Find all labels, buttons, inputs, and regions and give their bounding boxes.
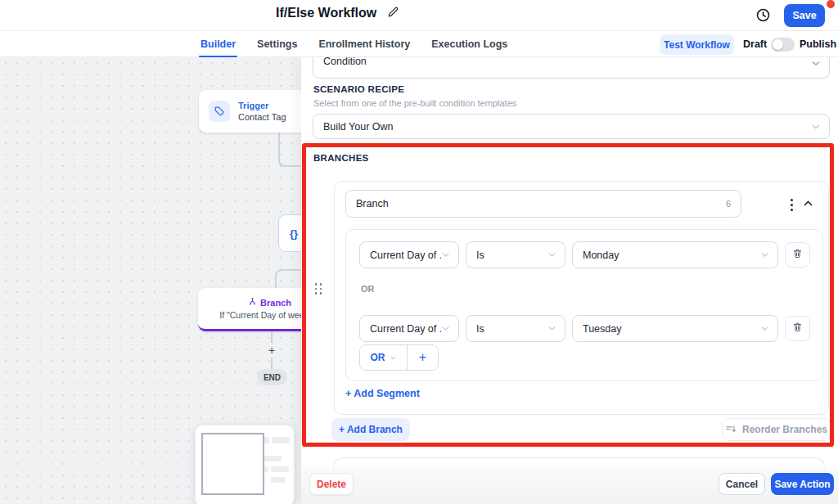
clock-history-icon	[755, 7, 771, 25]
chevron-down-icon	[441, 251, 450, 259]
scenario-recipe-label: SCENARIO RECIPE	[313, 84, 404, 94]
condition-field-value: Current Day of ...	[360, 323, 441, 335]
chevron-down-icon	[441, 325, 450, 332]
chevron-down-icon	[547, 325, 556, 332]
history-button[interactable]	[755, 7, 771, 25]
publish-toggle[interactable]	[771, 38, 795, 52]
pencil-icon	[387, 6, 399, 20]
condition-value: Tuesday	[573, 323, 760, 335]
chevron-down-icon	[760, 251, 769, 259]
joiner-type-value: OR	[371, 352, 385, 363]
workflow-tabbar: Builder Settings Enrollment History Exec…	[0, 31, 838, 57]
condition-joiner-label: OR	[361, 284, 375, 294]
cancel-button[interactable]: Cancel	[719, 473, 765, 495]
condition-value-select[interactable]: Tuesday	[572, 315, 778, 342]
chevron-down-icon	[811, 57, 821, 65]
add-action-plus-button[interactable]: +	[265, 344, 278, 357]
tab-execution-logs[interactable]: Execution Logs	[431, 31, 507, 57]
minimap-viewport[interactable]	[201, 433, 264, 495]
minimap-node-bar	[271, 466, 289, 472]
condition-type-value: Condition	[313, 57, 811, 67]
branch-name-char-count: 6	[726, 199, 741, 209]
branch-split-icon	[248, 297, 257, 308]
reorder-icon	[725, 424, 737, 436]
delete-condition-button[interactable]	[785, 242, 810, 268]
branch-name-input[interactable]: Branch 6	[345, 190, 741, 218]
action-settings-panel: Condition SCENARIO RECIPE Select from on…	[301, 57, 838, 504]
segment-drag-handle-icon[interactable]	[313, 280, 324, 298]
add-branch-button[interactable]: + Add Branch	[331, 418, 410, 441]
branch-menu-kebab-icon[interactable]	[786, 196, 797, 214]
chevron-up-icon	[803, 197, 813, 209]
delete-condition-button[interactable]	[785, 316, 810, 341]
reorder-branches-label: Reorder Branches	[742, 424, 827, 435]
end-badge: END	[257, 369, 287, 385]
test-workflow-button[interactable]: Test Workflow	[660, 34, 734, 55]
condition-value-select[interactable]: Monday	[572, 241, 778, 268]
chevron-down-icon	[390, 352, 397, 363]
minimap[interactable]	[195, 425, 295, 504]
code-braces-icon: {}	[290, 227, 298, 240]
condition-operator-select[interactable]: Is	[466, 315, 565, 342]
condition-value: Monday	[573, 250, 760, 261]
condition-type-select[interactable]: Condition	[313, 57, 830, 79]
scenario-recipe-hint: Select from one of the pre-built conditi…	[313, 98, 516, 108]
trash-icon	[792, 248, 803, 262]
add-condition-group: OR +	[359, 344, 439, 371]
minimap-node-bar	[271, 477, 286, 483]
tab-enrollment-history[interactable]: Enrollment History	[318, 31, 410, 57]
branch-name-value: Branch	[346, 198, 726, 209]
chevron-down-icon	[760, 325, 769, 332]
top-header: If/Else Workflow Save	[0, 0, 838, 31]
save-button[interactable]: Save	[784, 4, 825, 27]
condition-field-select[interactable]: Current Day of ...	[359, 315, 459, 342]
page-title: If/Else Workflow	[276, 6, 376, 20]
trash-icon	[792, 322, 803, 335]
unsaved-changes-dot	[827, 0, 835, 8]
segment-card: Current Day of ... Is Monday OR Current …	[345, 229, 823, 381]
trigger-node-subtitle: Contact Tag	[238, 112, 286, 122]
minimap-node-bar	[272, 437, 290, 443]
reorder-branches-button[interactable]: Reorder Branches	[722, 418, 831, 441]
joiner-type-select[interactable]: OR	[360, 345, 407, 370]
toggle-knob	[773, 39, 783, 50]
chevron-down-icon	[811, 123, 821, 131]
save-action-button[interactable]: Save Action	[771, 473, 834, 495]
delete-button[interactable]: Delete	[309, 473, 354, 495]
branch-collapse-button[interactable]	[803, 197, 813, 209]
trigger-node-title: Trigger	[238, 101, 286, 110]
add-condition-button[interactable]: +	[407, 345, 438, 370]
branches-section-label: BRANCHES	[313, 153, 369, 163]
condition-operator-value: Is	[466, 323, 547, 335]
condition-operator-value: Is	[466, 250, 547, 261]
draft-label: Draft	[743, 38, 767, 50]
tag-icon	[209, 101, 230, 122]
tab-builder[interactable]: Builder	[200, 31, 236, 57]
add-segment-button[interactable]: + Add Segment	[345, 388, 420, 399]
condition-field-select[interactable]: Current Day of ...	[359, 241, 459, 268]
scenario-recipe-select[interactable]: Build Your Own	[313, 114, 830, 139]
condition-field-value: Current Day of ...	[360, 250, 441, 261]
scenario-recipe-value: Build Your Own	[313, 121, 811, 133]
workflow-builder-app: Trigger Contact Tag {} Branch If "Curren…	[0, 0, 838, 504]
branch-node-title: Branch	[260, 298, 291, 308]
edit-title-button[interactable]	[387, 6, 399, 20]
condition-operator-select[interactable]: Is	[466, 241, 565, 268]
publish-label: Publish	[800, 38, 836, 50]
chevron-down-icon	[547, 251, 556, 259]
tab-settings[interactable]: Settings	[257, 31, 297, 57]
